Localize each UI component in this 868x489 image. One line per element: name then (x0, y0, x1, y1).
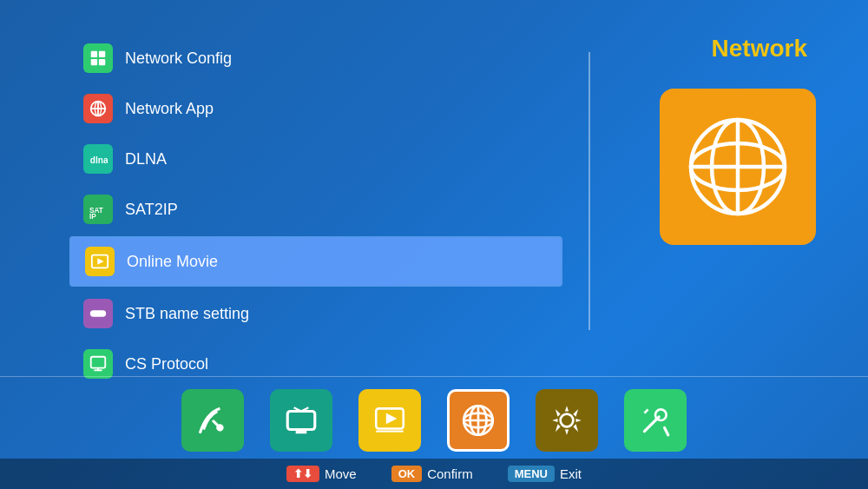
tools-icon (637, 402, 674, 439)
move-badge: ⬆⬇ (286, 466, 319, 482)
svg-line-23 (213, 420, 220, 427)
nav-settings-button[interactable] (536, 389, 598, 452)
sat2ip-icon: SAT IP (83, 195, 113, 224)
signal-icon (194, 402, 231, 439)
gear-icon (549, 402, 585, 439)
nav-signal-button[interactable] (181, 389, 244, 452)
exit-label: Exit (560, 466, 582, 481)
exit-status: MENU Exit (508, 466, 582, 482)
confirm-label: Confirm (427, 466, 473, 481)
svg-rect-3 (99, 59, 105, 65)
svg-marker-30 (386, 413, 398, 425)
menu-section: Network Config Network App dlna DLNA (69, 26, 562, 365)
menu-item-network-config[interactable]: Network Config (69, 35, 562, 82)
globe-icon (686, 115, 790, 219)
bottom-nav (0, 376, 868, 459)
menu-badge: MENU (508, 466, 555, 482)
globe-nav-icon (460, 402, 496, 439)
tv-icon (283, 402, 319, 439)
nav-network-button[interactable] (447, 389, 510, 452)
menu-label-stb-name: STB name setting (125, 305, 249, 323)
right-section: Network (642, 26, 833, 365)
svg-marker-12 (97, 258, 103, 264)
svg-rect-2 (91, 59, 97, 65)
network-app-icon (83, 94, 113, 123)
svg-line-40 (665, 427, 668, 434)
stb-name-icon (83, 299, 113, 328)
menu-divider (589, 52, 590, 330)
menu-label-dlna: DLNA (125, 150, 167, 169)
main-content: Network Config Network App dlna DLNA (0, 0, 868, 373)
move-status: ⬆⬇ Move (286, 466, 357, 482)
menu-item-sat2ip[interactable]: SAT IP SAT2IP (69, 186, 562, 233)
svg-rect-13 (90, 310, 106, 316)
menu-label-cs-protocol: CS Protocol (125, 355, 208, 373)
ok-badge: OK (391, 466, 423, 482)
svg-rect-24 (287, 412, 315, 430)
menu-item-dlna[interactable]: dlna DLNA (69, 135, 562, 182)
nav-media-button[interactable] (358, 389, 421, 452)
move-label: Move (325, 466, 357, 481)
svg-text:IP: IP (89, 213, 96, 219)
menu-label-network-app: Network App (125, 100, 214, 118)
media-icon (372, 402, 408, 439)
svg-rect-0 (91, 51, 97, 57)
menu-label-sat2ip: SAT2IP (125, 201, 178, 219)
svg-point-39 (655, 409, 667, 420)
online-movie-icon (85, 247, 115, 276)
dlna-icon: dlna (83, 144, 113, 174)
menu-item-online-movie[interactable]: Online Movie (69, 236, 562, 287)
confirm-status: OK Confirm (391, 466, 473, 482)
nav-tools-button[interactable] (624, 389, 687, 452)
page-title: Network (712, 35, 807, 63)
nav-tv-button[interactable] (270, 389, 332, 452)
svg-text:dlna: dlna (90, 155, 108, 165)
cs-protocol-icon (83, 349, 113, 379)
menu-item-network-app[interactable]: Network App (69, 85, 562, 132)
svg-line-41 (644, 409, 648, 413)
status-bar: ⬆⬇ Move OK Confirm MENU Exit (0, 459, 868, 489)
feature-icon-box (660, 89, 816, 245)
menu-item-stb-name[interactable]: STB name setting (69, 290, 562, 337)
menu-label-online-movie: Online Movie (127, 253, 218, 271)
menu-label-network-config: Network Config (125, 50, 232, 68)
network-config-icon (83, 43, 113, 73)
svg-rect-1 (99, 51, 105, 57)
svg-point-37 (561, 414, 574, 427)
svg-rect-14 (91, 357, 106, 368)
